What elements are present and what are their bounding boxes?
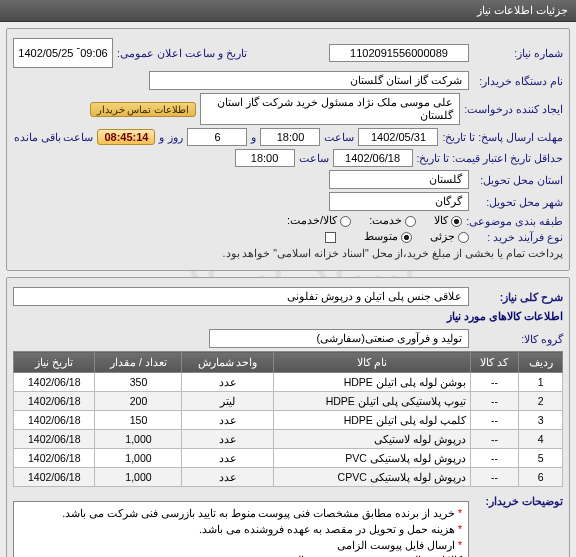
value-requester: علی موسی ملک نژاد مسئول خرید شرکت گاز اس…	[200, 93, 460, 125]
label-hour-1: ساعت	[324, 131, 354, 143]
value-province: گلستان	[329, 170, 469, 189]
cell-unit: عدد	[182, 411, 273, 430]
pay-checkbox[interactable]	[322, 230, 336, 243]
cell-name: درپوش لوله پلاستیکی PVC	[273, 449, 470, 468]
cell-unit: لیتر	[182, 392, 273, 411]
cell-date: 1402/06/18	[14, 392, 95, 411]
table-row[interactable]: 5--درپوش لوله پلاستیکی PVCعدد1,0001402/0…	[14, 449, 563, 468]
table-row[interactable]: 3--کلمپ لوله پلی اتیلن HDPEعدد1501402/06…	[14, 411, 563, 430]
cell-code: --	[470, 430, 519, 449]
cell-qty: 200	[95, 392, 182, 411]
label-and-2: و	[159, 131, 164, 143]
cell-unit: عدد	[182, 449, 273, 468]
label-city: شهر محل تحویل:	[473, 196, 563, 208]
label-class: طبقه بندی موضوعی:	[466, 215, 563, 227]
cell-idx: 2	[519, 392, 563, 411]
note-line: ارسال فایل پیوست الزامی	[337, 539, 455, 551]
value-city: گرگان	[329, 192, 469, 211]
label-requester: ایجاد کننده درخواست:	[464, 103, 563, 115]
title-bar: جزئیات اطلاعات نیاز	[0, 0, 576, 22]
th-unit: واحد شمارش	[182, 352, 273, 373]
summary-panel: شرح کلی نیاز: علاقی جنس پلی اتیلن و درپو…	[6, 277, 570, 557]
cell-unit: عدد	[182, 468, 273, 487]
label-need-no: شماره نیاز:	[473, 47, 563, 59]
header-panel: شماره نیاز: 1102091556000089 تاریخ و ساع…	[6, 28, 570, 271]
cell-qty: 1,000	[95, 468, 182, 487]
label-buyer-org: نام دستگاه خریدار:	[473, 75, 563, 87]
items-section-title: اطلاعات کالاهای مورد نیاز	[13, 310, 563, 323]
table-row[interactable]: 2--تیوپ پلاستیکی پلی اتیلن HDPEلیتر20014…	[14, 392, 563, 411]
value-validity-time: 18:00	[235, 149, 295, 167]
cell-unit: عدد	[182, 373, 273, 392]
note-line: خرید از برنده مطابق مشخصات فنی پیوست منو…	[62, 507, 455, 519]
table-row[interactable]: 4--درپوش لوله لاستیکیعدد1,0001402/06/18	[14, 430, 563, 449]
th-code: کد کالا	[470, 352, 519, 373]
cell-date: 1402/06/18	[14, 468, 95, 487]
value-goods-group: تولید و فرآوری صنعتی(سفارشی)	[209, 329, 469, 348]
cell-qty: 150	[95, 411, 182, 430]
cell-name: کلمپ لوله پلی اتیلن HDPE	[273, 411, 470, 430]
cell-idx: 4	[519, 430, 563, 449]
th-name: نام کالا	[273, 352, 470, 373]
countdown: 08:45:14	[97, 129, 155, 145]
label-remaining: ساعت باقی مانده	[14, 131, 94, 143]
cell-name: درپوش لوله پلاستیکی CPVC	[273, 468, 470, 487]
cell-date: 1402/06/18	[14, 373, 95, 392]
cell-idx: 3	[519, 411, 563, 430]
label-need-desc: شرح کلی نیاز:	[473, 291, 563, 303]
radio-service[interactable]: خدمت:	[369, 214, 416, 227]
cell-qty: 350	[95, 373, 182, 392]
cell-date: 1402/06/18	[14, 449, 95, 468]
th-date: تاریخ نیاز	[14, 352, 95, 373]
cell-idx: 1	[519, 373, 563, 392]
class-radio-set: کالا خدمت: کالا/خدمت:	[287, 214, 462, 227]
cell-code: --	[470, 468, 519, 487]
th-row: ردیف	[519, 352, 563, 373]
value-reply-time: 18:00	[260, 128, 320, 146]
label-announce-dt: تاریخ و ساعت اعلان عمومی:	[117, 47, 247, 59]
note-line: هزینه حمل و تحویل در مقصد به عهده فروشند…	[199, 523, 455, 535]
radio-mid[interactable]: متوسط	[364, 230, 412, 243]
cell-qty: 1,000	[95, 430, 182, 449]
value-announce-dt: 1402/05/25 - 09:06	[13, 38, 113, 68]
cell-name: تیوپ پلاستیکی پلی اتیلن HDPE	[273, 392, 470, 411]
table-row[interactable]: 6--درپوش لوله پلاستیکی CPVCعدد1,0001402/…	[14, 468, 563, 487]
cell-idx: 6	[519, 468, 563, 487]
cell-qty: 1,000	[95, 449, 182, 468]
value-remaining-days: 6	[187, 128, 247, 146]
th-qty: تعداد / مقدار	[95, 352, 182, 373]
items-table: ردیف کد کالا نام کالا واحد شمارش تعداد /…	[13, 351, 563, 487]
label-validity: حداقل تاریخ اعتبار قیمت: تا تاریخ:	[417, 152, 563, 164]
cell-date: 1402/06/18	[14, 411, 95, 430]
pay-note: پرداخت تمام یا بخشی از مبلغ خرید،از محل …	[223, 247, 563, 259]
radio-joint[interactable]: جزئی	[430, 230, 469, 243]
contact-chip[interactable]: اطلاعات تماس خریدار	[90, 102, 197, 117]
cell-code: --	[470, 392, 519, 411]
label-and: و	[251, 131, 256, 143]
value-need-no: 1102091556000089	[329, 44, 469, 62]
label-day: روز	[168, 131, 183, 143]
radio-goods[interactable]: کالا	[434, 214, 462, 227]
cell-code: --	[470, 449, 519, 468]
cell-name: درپوش لوله لاستیکی	[273, 430, 470, 449]
value-need-desc: علاقی جنس پلی اتیلن و درپوش تفلونی	[13, 287, 469, 306]
proc-radio-set: جزئی متوسط	[364, 230, 469, 243]
table-row[interactable]: 1--بوشن لوله پلی اتیلن HDPEعدد3501402/06…	[14, 373, 563, 392]
cell-code: --	[470, 411, 519, 430]
cell-name: بوشن لوله پلی اتیلن HDPE	[273, 373, 470, 392]
label-reply-deadline: مهلت ارسال پاسخ: تا تاریخ:	[442, 131, 563, 143]
cell-unit: عدد	[182, 430, 273, 449]
cell-idx: 5	[519, 449, 563, 468]
label-province: استان محل تحویل:	[473, 174, 563, 186]
notes-box: * خرید از برنده مطابق مشخصات فنی پیوست م…	[13, 501, 469, 557]
window-title: جزئیات اطلاعات نیاز	[477, 4, 568, 16]
label-goods-group: گروه کالا:	[473, 333, 563, 345]
label-notes: توضیحات خریدار:	[473, 495, 563, 507]
label-hour-2: ساعت	[299, 152, 329, 164]
label-proc-type: نوع فرآیند خرید :	[473, 231, 563, 243]
radio-goods-service[interactable]: کالا/خدمت:	[287, 214, 351, 227]
value-buyer-org: شرکت گاز استان گلستان	[149, 71, 469, 90]
value-reply-date: 1402/05/31	[358, 128, 438, 146]
cell-code: --	[470, 373, 519, 392]
window: جزئیات اطلاعات نیاز شماره نیاز: 11020915…	[0, 0, 576, 557]
